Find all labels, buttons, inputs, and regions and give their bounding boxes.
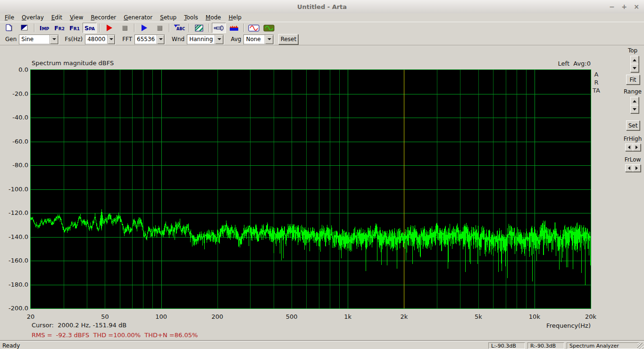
averaging-value: None [244, 35, 265, 44]
dropdown-button[interactable] [157, 35, 164, 44]
toolbar-separator [209, 24, 209, 32]
top-up-button[interactable] [630, 56, 639, 64]
close-button[interactable]: × [633, 3, 640, 10]
record-play-icon [107, 25, 112, 31]
fft-label: FFT [120, 36, 134, 43]
frlow-label: FrLow [622, 156, 644, 163]
signal-probe-button[interactable] [212, 23, 226, 33]
reset-button[interactable]: Reset [278, 34, 298, 44]
new-file-button[interactable] [2, 23, 17, 33]
dropdown-button[interactable] [265, 35, 273, 44]
chevron-down-icon [159, 38, 163, 40]
menu-mode[interactable]: Mode [202, 14, 225, 21]
right-arrow-icon [636, 145, 638, 149]
minimize-button[interactable]: − [608, 3, 616, 10]
sample-rate-combo[interactable]: 48000 [85, 34, 115, 44]
sine-generator-button[interactable] [247, 23, 261, 33]
overlay-button[interactable] [17, 23, 32, 33]
frlow-increase-button[interactable] [633, 164, 641, 172]
window-controls: − + × [608, 0, 640, 13]
dropdown-button[interactable] [50, 35, 58, 44]
x-tick-label: 500 [286, 313, 298, 320]
fft-size-value: 65536 [135, 35, 157, 44]
window-title: Untitled - Arta [0, 3, 644, 10]
y-tick-label: -140.0 [0, 233, 28, 240]
record-stop-icon [122, 26, 127, 31]
chevron-down-icon [268, 38, 271, 40]
flashlight-icon [214, 25, 224, 31]
chevron-down-icon [109, 38, 113, 40]
menu-help[interactable]: Help [225, 14, 245, 21]
left-arrow-icon [628, 166, 630, 170]
top-down-button[interactable] [630, 64, 639, 72]
menu-recorder[interactable]: Recorder [87, 14, 120, 21]
y-tick-label: 0.0 [0, 66, 28, 73]
x-tick-label: 5k [475, 313, 482, 320]
arta-window: { "window": { "title": "Untitled - Arta"… [0, 0, 644, 349]
scaling-button[interactable] [192, 23, 206, 33]
x-tick-label: 50 [101, 313, 109, 320]
fr2-mode-button[interactable]: FR2 [52, 23, 67, 33]
generator-stop-button[interactable] [152, 23, 167, 33]
fr1-label: FR1 [69, 25, 80, 32]
x-tick-label: 20k [585, 313, 596, 320]
resize-grip-icon[interactable] [637, 343, 644, 349]
fr1-mode-button[interactable]: FR1 [67, 23, 82, 33]
svg-text:ABC: ABC [176, 27, 185, 31]
up-arrow-icon [633, 59, 636, 61]
right-arrow-icon [636, 166, 638, 170]
maximize-button[interactable]: + [620, 3, 628, 10]
averaging-combo[interactable]: None [243, 34, 274, 44]
x-tick-label: 2k [400, 313, 408, 320]
frhigh-decrease-button[interactable] [625, 144, 633, 151]
y-tick-label: -180.0 [0, 281, 28, 288]
record-start-button[interactable] [102, 23, 117, 33]
toolbar-separator [99, 24, 100, 32]
dropdown-button[interactable] [107, 35, 115, 44]
left-arrow-icon [628, 145, 630, 149]
down-arrow-icon [633, 67, 636, 69]
spectrum-plot[interactable] [30, 69, 591, 309]
right-level-panel: R:-90.3dB [527, 342, 564, 349]
y-tick-label: -100.0 [0, 186, 28, 193]
spectrum-mode-button[interactable]: SPA [83, 23, 97, 33]
menu-edit[interactable]: Edit [48, 14, 66, 21]
set-button[interactable]: Set [626, 120, 640, 130]
spectrogram-button[interactable] [227, 23, 241, 33]
generator-start-button[interactable] [137, 23, 151, 33]
record-stop-button[interactable] [117, 23, 132, 33]
x-axis-title: Frequency(Hz) [496, 322, 591, 329]
fit-button[interactable]: Fit [626, 75, 640, 85]
toolbar-separator [189, 24, 190, 32]
mode-panel: Spectrum Analyzer [567, 342, 639, 349]
mountain-icon [229, 25, 239, 31]
range-up-button[interactable] [630, 97, 639, 105]
menu-overlay[interactable]: Overlay [18, 14, 48, 21]
frhigh-increase-button[interactable] [633, 144, 641, 151]
y-tick-label: -20.0 [0, 90, 28, 97]
menu-tools[interactable]: Tools [180, 14, 202, 21]
toolbar-separator [243, 24, 244, 32]
generator-play-icon [142, 25, 147, 31]
dropdown-button[interactable] [215, 35, 223, 44]
calibrate-button[interactable]: ABC [172, 23, 186, 33]
menu-file[interactable]: File [1, 14, 18, 21]
x-tick-label: 200 [211, 313, 223, 320]
window-function-value: Hanning [187, 35, 215, 44]
generator-stop-icon [157, 26, 162, 31]
impulse-mode-button[interactable]: IMP [37, 23, 51, 33]
window-function-combo[interactable]: Hanning [187, 34, 224, 44]
menu-generator[interactable]: Generator [120, 14, 156, 21]
avg-label: Avg [228, 36, 243, 43]
y-tick-label: -40.0 [0, 114, 28, 121]
cursor-readout: Cursor: 2000.2 Hz, -151.94 dB [32, 322, 126, 329]
menu-view[interactable]: View [66, 14, 87, 21]
two-sine-generator-button[interactable] [262, 23, 276, 33]
status-text: Ready [2, 342, 20, 349]
fft-size-combo[interactable]: 65536 [134, 34, 165, 44]
menu-setup[interactable]: Setup [156, 14, 180, 21]
toolbar-separator [169, 24, 170, 32]
range-down-button[interactable] [630, 105, 639, 113]
generator-type-combo[interactable]: Sine [19, 34, 59, 44]
frlow-decrease-button[interactable] [625, 164, 633, 172]
